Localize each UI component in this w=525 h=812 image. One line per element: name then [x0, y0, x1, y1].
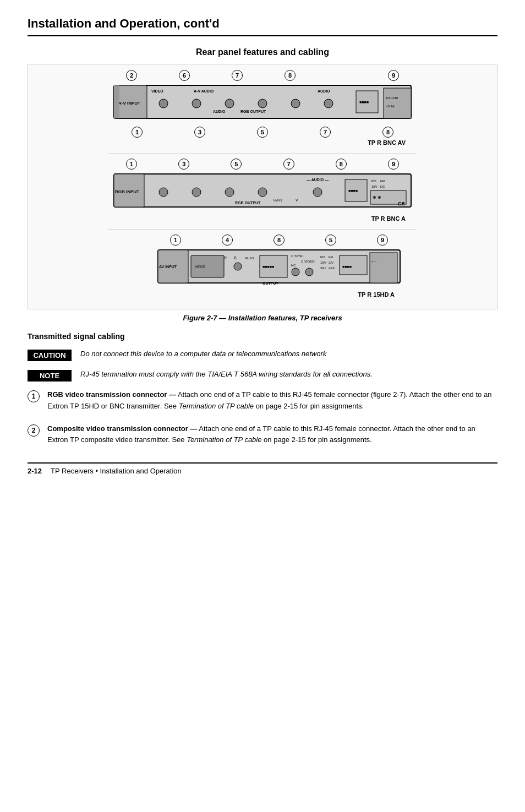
svg-point-10 — [192, 99, 201, 108]
svg-text:■■■■■: ■■■■■ — [262, 265, 274, 269]
svg-point-56 — [305, 268, 313, 276]
callout-6: 6 — [179, 70, 190, 81]
callout-r2-7: 7 — [283, 159, 294, 170]
page-footer: 2-12 TP Receivers • Installation and Ope… — [28, 462, 497, 475]
svg-text:AU IO: AU IO — [245, 257, 254, 260]
caution-text: Do not connect this device to a computer… — [80, 348, 326, 359]
footer-page: 2-12 — [28, 467, 42, 475]
callout-r3-9: 9 — [377, 235, 388, 246]
callout-3a: 3 — [194, 127, 205, 138]
list-item: 2 Composite video transmission connector… — [28, 423, 497, 446]
svg-text:RGB OUTPUT: RGB OUTPUT — [235, 201, 261, 205]
callout-9a: 9 — [388, 70, 399, 81]
svg-text:A-V AUDIO: A-V AUDIO — [194, 89, 214, 93]
svg-point-13 — [291, 99, 300, 108]
caution-row: CAUTION Do not connect this device to a … — [28, 348, 497, 361]
callout-r3-8: 8 — [274, 235, 285, 246]
diagram-container: 2 6 7 8 9 A-V INPUT VIDEO A-V AUDIO AUDI… — [34, 70, 491, 301]
svg-rect-6 — [114, 85, 119, 118]
item-number-2: 2 — [28, 424, 40, 437]
item-end-1: on page 2-15 for pin assignments. — [254, 402, 364, 410]
svg-text:AUDIO: AUDIO — [213, 110, 226, 113]
device-diagram-2: RGB INPUT H/HV V RGB OUTPUT — AUDIO — ■■… — [108, 171, 417, 215]
item-bold-2: Composite video transmission connector — — [47, 424, 197, 433]
svg-text:HD15: HD15 — [195, 265, 205, 269]
callout-r3-5: 5 — [325, 235, 336, 246]
svg-text:C SYNC: C SYNC — [291, 254, 304, 258]
device-diagram-3: AV INPUT HD15 R B AU IO ■■■■■ C SYNC C V… — [152, 247, 406, 291]
svg-text:B: B — [234, 256, 237, 260]
figure-caption: Figure 2-7 — Installation features, TP r… — [28, 314, 497, 322]
note-row: NOTE RJ-45 termination must comply with … — [28, 369, 497, 382]
svg-point-14 — [324, 99, 333, 108]
footer-text: TP Receivers • Installation and Operatio… — [51, 467, 182, 475]
callout-8a: 8 — [285, 70, 296, 81]
svg-text:■■■■: ■■■■ — [348, 189, 358, 193]
callout-5a: 5 — [257, 127, 268, 138]
callout-r2-5: 5 — [231, 159, 242, 170]
svg-text:— AUDIO —: — AUDIO — — [307, 178, 329, 182]
svg-text:OUTPUT: OUTPUT — [262, 281, 279, 285]
callout-r2-1: 1 — [126, 159, 137, 170]
callout-row-2-top: 1 3 5 7 8 9 — [119, 159, 406, 170]
callout-row-3-top: 1 4 8 5 9 — [163, 235, 395, 246]
section-title: Rear panel features and cabling — [28, 47, 497, 57]
svg-text:RGB OUTPUT: RGB OUTPUT — [240, 110, 266, 113]
svg-text:15V: 15V — [320, 261, 326, 264]
svg-text:34J: 34J — [320, 266, 326, 270]
device-label-1: TP R BNC AV — [119, 139, 406, 146]
item-italic-2: Termination of TP cable — [187, 435, 261, 444]
bullet-list: 1 RGB video transmission connector — Att… — [28, 389, 497, 446]
svg-text:■■■■: ■■■■ — [342, 265, 352, 269]
svg-point-23 — [159, 188, 168, 197]
callout-8b: 8 — [382, 127, 393, 138]
callout-7b: 7 — [320, 127, 331, 138]
callout-row-1-top: 2 6 7 8 9 — [119, 70, 406, 81]
svg-text:V: V — [296, 198, 298, 202]
svg-point-12 — [258, 99, 267, 108]
callout-r2-8: 8 — [336, 159, 347, 170]
svg-text:C VIDEO: C VIDEO — [301, 260, 315, 263]
svg-text:ER: ER — [380, 179, 385, 183]
svg-text:NC: NC — [291, 264, 296, 267]
svg-text:100-240: 100-240 — [386, 96, 398, 100]
item-italic-1: Termination of TP cable — [179, 402, 254, 410]
callout-row-1-bottom: 1 3 5 7 8 — [119, 127, 406, 138]
device-label-3: TP R 15HD A — [130, 291, 395, 298]
item-text-1: RGB video transmission connector — Attac… — [47, 389, 497, 412]
svg-text:R: R — [224, 256, 227, 260]
page-title: Installation and Operation, cont'd — [28, 17, 497, 36]
callout-2: 2 — [126, 70, 137, 81]
figure-area: 2 6 7 8 9 A-V INPUT VIDEO A-V AUDIO AUDI… — [28, 64, 497, 309]
callout-r2-3: 3 — [178, 159, 189, 170]
note-badge: NOTE — [28, 370, 72, 382]
svg-text:■■■■: ■■■■ — [359, 100, 369, 104]
caution-badge: CAUTION — [28, 350, 72, 361]
svg-text:15V: 15V — [371, 185, 378, 188]
svg-text:AUDIO: AUDIO — [318, 89, 330, 93]
svg-rect-17 — [384, 88, 411, 118]
svg-text:3A/: 3A/ — [329, 261, 333, 264]
list-item: 1 RGB video transmission connector — Att… — [28, 389, 497, 412]
callout-1a: 1 — [132, 127, 143, 138]
svg-text:4AX: 4AX — [329, 266, 335, 270]
svg-text:~0.3A: ~0.3A — [386, 105, 395, 108]
callout-r3-4: 4 — [222, 235, 233, 246]
svg-text:ER: ER — [329, 255, 333, 259]
callout-7a: 7 — [232, 70, 243, 81]
svg-text:H/HV: H/HV — [274, 198, 283, 202]
svg-rect-65 — [370, 253, 397, 283]
device-label-2: TP R BNC A — [119, 215, 406, 222]
subsection-title: Transmitted signal cabling — [28, 332, 497, 341]
svg-point-24 — [192, 188, 201, 197]
item-bold-1: RGB video transmission connector — — [47, 390, 176, 399]
device-diagram-1: A-V INPUT VIDEO A-V AUDIO AUDIO RGB OUTP… — [108, 83, 417, 127]
svg-text:PO: PO — [371, 179, 376, 183]
svg-point-46 — [234, 263, 242, 270]
svg-text:A-V INPUT: A-V INPUT — [118, 101, 140, 106]
svg-point-55 — [292, 268, 299, 276]
item-end-2: on page 2-15 for pin assignments. — [261, 435, 371, 444]
note-text: RJ-45 termination must comply with the T… — [80, 369, 373, 380]
svg-text:VIDEO: VIDEO — [151, 89, 163, 93]
svg-point-25 — [225, 188, 234, 197]
